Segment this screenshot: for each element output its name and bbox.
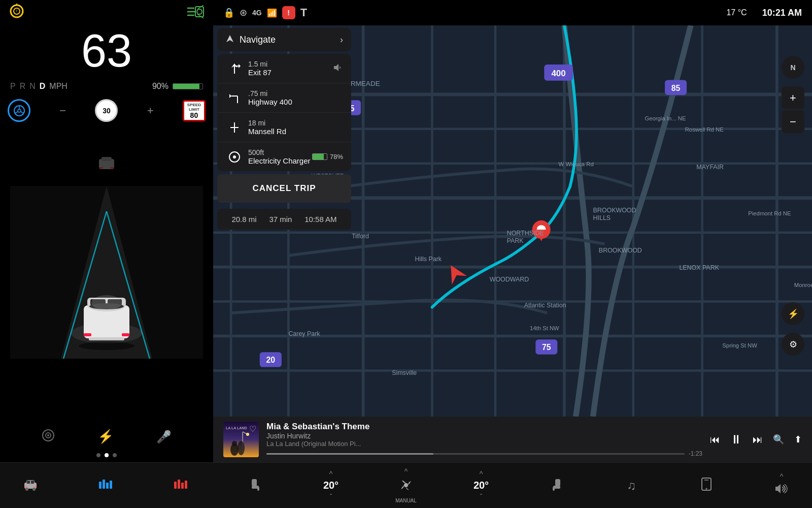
fan-up-chevron[interactable]: ^ <box>404 467 408 475</box>
svg-text:14th St NW: 14th St NW <box>530 325 559 331</box>
svg-line-15 <box>20 111 23 113</box>
svg-point-122 <box>25 488 28 491</box>
equalizer-icon <box>98 478 113 494</box>
speed-limit-value: 80 <box>190 112 198 119</box>
steering-wheel-icon[interactable] <box>8 99 30 122</box>
svg-text:Carey Park: Carey Park <box>288 330 320 337</box>
search-button[interactable]: 🔍 <box>773 434 784 445</box>
gear-D[interactable]: D <box>40 82 46 91</box>
cruise-increase-button[interactable]: + <box>147 104 154 117</box>
phone-icon <box>701 477 712 494</box>
speed-unit: MPH <box>49 82 67 91</box>
taskbar-volume[interactable]: ^ <box>766 472 797 498</box>
svg-point-21 <box>79 342 134 350</box>
supercharger-button[interactable]: ⚡ <box>782 302 804 325</box>
cruise-decrease-button[interactable]: − <box>59 104 66 117</box>
taskbar-left-temp[interactable]: ^ 20° ˇ <box>316 470 346 501</box>
driving-view <box>0 124 213 420</box>
zoom-in-button[interactable]: + <box>782 86 804 109</box>
trip-summary: 20.8 mi 37 min 10:58 AM <box>217 209 351 230</box>
top-bar-right: 🔒 ⊛ 4G 📶 ! T 17 °C 10:21 AM <box>213 6 812 19</box>
svg-marker-97 <box>226 35 233 42</box>
next-button[interactable]: ⏭ <box>753 434 763 446</box>
previous-button[interactable]: ⏮ <box>710 434 720 446</box>
taskbar-fan[interactable]: ^ MANUAL <box>391 467 421 503</box>
lightning-icon[interactable]: ⚡ <box>97 429 114 444</box>
svg-text:Hills Park: Hills Park <box>415 256 442 263</box>
step-2-info: .75 mi Highway 400 <box>248 89 343 106</box>
step-4-icon <box>225 150 243 164</box>
svg-point-8 <box>197 9 202 14</box>
right-temp-up-chevron[interactable]: ^ <box>480 470 483 478</box>
nav-overlay: Navigate › <box>213 25 355 233</box>
taskbar-equalizer[interactable] <box>90 478 121 494</box>
svg-line-14 <box>15 111 18 113</box>
temp-up-chevron[interactable]: ^ <box>329 470 333 478</box>
route-step-4: 500ft Electricity Charger 78% <box>217 142 351 171</box>
right-panel: RIVERMEADE RIDGEWOOD HEIGHTS WESTOVER PL… <box>213 25 812 462</box>
controls-row: − 30 + SPEED LIMIT 80 <box>0 97 213 124</box>
zoom-controls: + − <box>782 86 804 133</box>
svg-text:Spring St NW: Spring St NW <box>722 342 757 348</box>
step-3-info: 18 mi Mansell Rd <box>248 119 343 136</box>
tire-pressure-icon: ! <box>8 4 26 22</box>
taskbar-red-equalizer[interactable] <box>165 478 196 494</box>
gear-P[interactable]: P <box>10 82 16 91</box>
right-temp-down-chevron[interactable]: ˇ <box>480 493 483 501</box>
svg-text:PARK: PARK <box>507 237 524 244</box>
speed-limit-sign: SPEED LIMIT 80 <box>183 100 206 121</box>
svg-point-12 <box>18 109 21 112</box>
clock-display: 10:21 AM <box>762 8 802 18</box>
map-settings-button[interactable]: ⚙ <box>782 333 804 356</box>
svg-text:LENOX PARK: LENOX PARK <box>679 264 719 271</box>
progress-bar[interactable] <box>266 453 685 455</box>
trip-time: 37 min <box>269 215 292 224</box>
step-1-extra <box>333 64 343 74</box>
navigate-bar[interactable]: Navigate › <box>217 28 351 51</box>
dashcam-icon[interactable] <box>42 429 55 445</box>
trip-distance: 20.8 mi <box>231 215 256 224</box>
svg-text:WOODWARD: WOODWARD <box>490 276 529 283</box>
cancel-trip-button[interactable]: CANCEL TRIP <box>217 174 351 203</box>
gear-R[interactable]: R <box>20 82 26 91</box>
route-step-1: 1.5 mi Exit 87 <box>217 54 351 83</box>
svg-rect-124 <box>24 486 27 488</box>
dot-3[interactable] <box>113 453 117 457</box>
step-2-icon <box>225 91 243 105</box>
taskbar-car[interactable] <box>15 478 46 494</box>
step-4-battery: 78% <box>312 153 343 161</box>
volume-icon[interactable] <box>333 64 343 74</box>
charger-battery-pct: 78% <box>330 153 343 161</box>
svg-rect-129 <box>110 481 112 489</box>
taskbar-music[interactable]: ♫ <box>616 479 647 493</box>
ghost-car <box>96 155 117 172</box>
compass[interactable]: N <box>782 56 804 79</box>
taskbar-right-temp[interactable]: ^ 20° ˇ <box>466 470 496 501</box>
svg-text:400: 400 <box>551 69 565 78</box>
heart-icon[interactable]: ♡ <box>249 424 256 434</box>
temp-down-chevron[interactable]: ˇ <box>330 493 332 501</box>
taskbar-seat-heat-right[interactable] <box>541 477 571 494</box>
speed-value: 63 <box>0 28 213 74</box>
speed-limit-label: SPEED <box>187 103 201 107</box>
seat-heat-right-icon <box>549 477 563 494</box>
svg-text:!: ! <box>16 9 17 13</box>
svg-text:75: 75 <box>542 343 551 352</box>
zoom-out-button[interactable]: − <box>782 110 804 133</box>
taskbar-phone[interactable] <box>691 477 722 494</box>
svg-rect-140 <box>553 487 555 491</box>
queue-button[interactable]: ⬆ <box>794 434 802 445</box>
taskbar-seat[interactable] <box>241 477 271 494</box>
temperature-display: 17 °C <box>726 8 747 17</box>
signal-4g-icon: 4G <box>252 9 262 17</box>
svg-rect-34 <box>99 167 103 169</box>
volume-up-chevron[interactable]: ^ <box>780 472 784 481</box>
svg-text:20: 20 <box>266 356 275 364</box>
dot-1[interactable] <box>96 453 100 457</box>
map-container[interactable]: RIVERMEADE RIDGEWOOD HEIGHTS WESTOVER PL… <box>213 25 812 417</box>
pause-button[interactable]: ⏸ <box>730 432 742 447</box>
microphone-icon[interactable]: 🎤 <box>156 430 172 444</box>
main-content: 63 P R N D MPH 90% <box>0 25 812 462</box>
gear-N[interactable]: N <box>29 82 36 91</box>
dot-2[interactable] <box>105 453 109 457</box>
